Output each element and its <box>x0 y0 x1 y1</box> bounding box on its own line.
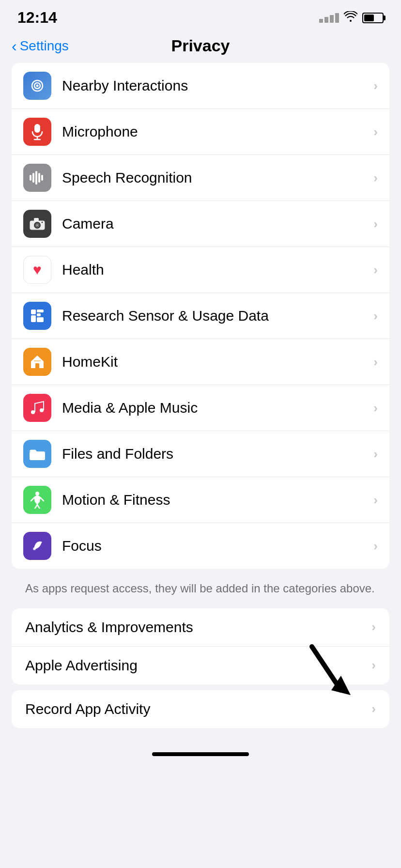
motion-icon <box>23 486 51 514</box>
motion-fitness-row[interactable]: Motion & Fitness › <box>12 477 389 523</box>
home-bar <box>152 752 249 756</box>
speech-recognition-label: Speech Recognition <box>62 170 373 186</box>
svg-rect-24 <box>35 363 39 368</box>
apple-advertising-chevron-icon: › <box>371 658 376 673</box>
research-row[interactable]: Research Sensor & Usage Data › <box>12 293 389 339</box>
analytics-chevron-icon: › <box>371 620 376 635</box>
svg-rect-16 <box>34 218 39 221</box>
svg-line-31 <box>41 498 44 501</box>
media-music-chevron-icon: › <box>373 401 378 416</box>
annotation-arrow-icon <box>297 642 360 705</box>
camera-label: Camera <box>62 216 373 232</box>
svg-rect-21 <box>31 315 36 322</box>
svg-rect-20 <box>37 313 41 316</box>
home-indicator <box>0 743 401 764</box>
svg-rect-18 <box>31 310 36 314</box>
svg-rect-19 <box>37 310 44 312</box>
media-music-label: Media & Apple Music <box>62 400 373 416</box>
motion-fitness-label: Motion & Fitness <box>62 492 373 508</box>
status-bar: 12:14 <box>0 0 401 31</box>
svg-rect-25 <box>34 360 41 361</box>
homekit-icon <box>23 348 51 376</box>
analytics-improvements-row[interactable]: Analytics & Improvements › <box>12 608 389 647</box>
homekit-label: HomeKit <box>62 354 373 370</box>
svg-rect-9 <box>38 173 40 183</box>
research-chevron-icon: › <box>373 309 378 324</box>
back-label: Settings <box>20 38 69 54</box>
files-folders-label: Files and Folders <box>62 446 373 462</box>
status-time: 12:14 <box>17 9 57 27</box>
nearby-interactions-icon <box>23 72 51 100</box>
focus-label: Focus <box>62 538 373 554</box>
speech-recognition-row[interactable]: Speech Recognition › <box>12 155 389 201</box>
microphone-label: Microphone <box>62 124 373 140</box>
heart-icon: ♥ <box>33 262 42 278</box>
motion-fitness-chevron-icon: › <box>373 493 378 508</box>
nearby-interactions-chevron-icon: › <box>373 78 378 93</box>
group-footer-text: As apps request access, they will be add… <box>12 574 389 608</box>
back-button[interactable]: ‹ Settings <box>12 38 69 54</box>
research-icon <box>23 302 51 330</box>
svg-rect-26 <box>30 451 45 460</box>
focus-icon <box>23 532 51 560</box>
nav-bar: ‹ Settings Privacy <box>0 31 401 63</box>
privacy-settings-group: Nearby Interactions › Microphone › <box>12 63 389 569</box>
svg-point-27 <box>35 492 39 496</box>
camera-row[interactable]: Camera › <box>12 201 389 247</box>
svg-point-32 <box>33 547 36 550</box>
signal-icon <box>319 13 339 23</box>
research-label: Research Sensor & Usage Data <box>62 308 373 324</box>
status-icons <box>319 11 384 25</box>
camera-icon <box>23 210 51 238</box>
health-row[interactable]: ♥ Health › <box>12 247 389 293</box>
svg-rect-8 <box>35 171 37 185</box>
homekit-chevron-icon: › <box>373 355 378 370</box>
main-content: Nearby Interactions › Microphone › <box>0 63 401 728</box>
microphone-row[interactable]: Microphone › <box>12 109 389 155</box>
wifi-icon <box>344 11 357 25</box>
analytics-improvements-label: Analytics & Improvements <box>25 619 371 636</box>
camera-chevron-icon: › <box>373 217 378 232</box>
health-chevron-icon: › <box>373 263 378 278</box>
svg-point-15 <box>36 224 38 226</box>
nearby-interactions-row[interactable]: Nearby Interactions › <box>12 63 389 109</box>
svg-rect-6 <box>30 175 31 181</box>
microphone-chevron-icon: › <box>373 124 378 140</box>
files-folders-row[interactable]: Files and Folders › <box>12 431 389 477</box>
record-activity-section: Record App Activity › <box>12 690 389 728</box>
svg-rect-3 <box>34 124 40 133</box>
record-app-activity-chevron-icon: › <box>371 701 376 716</box>
focus-row[interactable]: Focus › <box>12 523 389 569</box>
svg-point-2 <box>36 85 39 87</box>
music-icon <box>23 394 51 422</box>
svg-point-17 <box>42 222 43 223</box>
back-chevron-icon: ‹ <box>12 38 17 54</box>
svg-line-30 <box>31 498 34 501</box>
svg-rect-22 <box>37 317 44 322</box>
homekit-row[interactable]: HomeKit › <box>12 339 389 385</box>
speech-recognition-chevron-icon: › <box>373 170 378 186</box>
health-icon: ♥ <box>23 256 51 284</box>
nearby-interactions-label: Nearby Interactions <box>62 78 373 94</box>
microphone-icon <box>23 118 51 146</box>
svg-line-29 <box>37 505 40 509</box>
svg-rect-10 <box>41 175 43 181</box>
focus-chevron-icon: › <box>373 539 378 554</box>
svg-rect-7 <box>32 173 34 183</box>
speech-recognition-icon <box>23 164 51 192</box>
health-label: Health <box>62 262 373 278</box>
files-folders-chevron-icon: › <box>373 447 378 462</box>
files-icon <box>23 440 51 468</box>
svg-line-28 <box>35 505 37 509</box>
media-music-row[interactable]: Media & Apple Music › <box>12 385 389 431</box>
battery-icon <box>362 13 384 23</box>
page-title: Privacy <box>171 36 230 55</box>
